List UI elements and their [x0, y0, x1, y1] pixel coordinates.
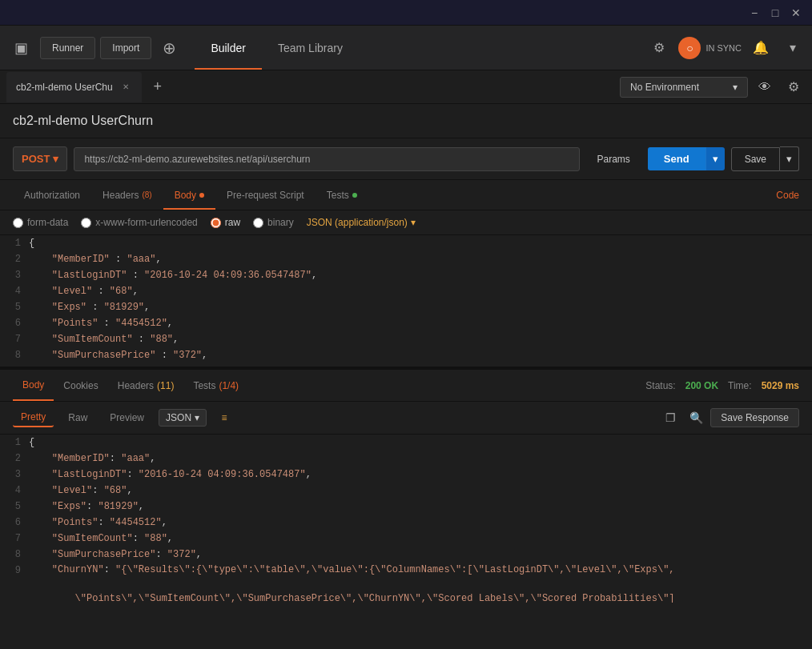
gear-icon-btn[interactable]: ⚙	[782, 75, 806, 99]
req-line-6: 6 "Points" : "4454512",	[0, 315, 812, 331]
env-selector: No Environment ▾ 👁 ⚙	[620, 75, 806, 99]
request-title-bar: cb2-ml-demo UserChurn	[0, 104, 812, 138]
resp-line-7: 7 "SumItemCount": "88",	[0, 531, 812, 547]
method-label: POST	[22, 153, 50, 165]
response-code-area[interactable]: 1 { 2 "MemberID": "aaa", 3 "LastLoginDT"…	[0, 435, 812, 603]
resp-line-4: 4 "Level": "68",	[0, 483, 812, 499]
send-button[interactable]: Send	[648, 147, 705, 170]
method-button[interactable]: POST ▾	[13, 146, 67, 171]
binary-option[interactable]: binary	[253, 217, 294, 228]
import-button[interactable]: Import	[100, 37, 151, 59]
copy-icon-btn[interactable]: ❐	[659, 407, 681, 429]
resp-line-5: 5 "Exps": "81929",	[0, 499, 812, 515]
fmt-tab-pretty[interactable]: Pretty	[13, 408, 54, 427]
tab-body[interactable]: Body	[163, 180, 215, 210]
sidebar-toggle-button[interactable]: ▣	[6, 34, 35, 62]
json-chevron-icon: ▾	[411, 217, 416, 228]
save-button-group: Save ▾	[731, 146, 799, 171]
add-tab-button[interactable]: +	[147, 76, 169, 98]
resp-line-2: 2 "MemberID": "aaa",	[0, 451, 812, 467]
time-label: Time:	[728, 380, 752, 391]
settings-icon-btn[interactable]: ⚙	[646, 35, 672, 61]
sync-area: ○ IN SYNC	[678, 37, 742, 59]
tab-headers[interactable]: Headers (8)	[91, 180, 163, 210]
method-chevron-icon: ▾	[53, 153, 58, 165]
env-dropdown-label: No Environment	[630, 82, 699, 93]
json-type-select[interactable]: JSON (application/json) ▾	[307, 217, 416, 228]
title-bar: − □ ✕	[0, 0, 812, 26]
req-line-8: 8 "SumPurchasePrice" : "372",	[0, 347, 812, 363]
params-button[interactable]: Params	[586, 148, 641, 170]
form-data-option[interactable]: form-data	[13, 217, 68, 228]
save-button[interactable]: Save	[731, 147, 780, 171]
runner-button[interactable]: Runner	[40, 37, 95, 59]
body-options-bar: form-data x-www-form-urlencoded raw bina…	[0, 210, 812, 235]
sync-icon: ○	[678, 37, 701, 59]
json-fmt-chevron-icon: ▾	[195, 412, 199, 423]
req-line-5: 5 "Exps" : "81929",	[0, 299, 812, 315]
sidebar-icon: ▣	[14, 39, 28, 57]
response-format-bar: Pretty Raw Preview JSON ▾ ≡ ❐ 🔍 Save Res…	[0, 402, 812, 435]
nav-right-area: ⚙ ○ IN SYNC 🔔 ▾	[646, 35, 806, 61]
req-line-3: 3 "LastLoginDT" : "2016-10-24 04:09:36.0…	[0, 267, 812, 283]
headers-badge: (8)	[142, 190, 151, 199]
send-dropdown-button[interactable]: ▾	[705, 147, 725, 170]
tests-indicator-dot	[352, 193, 357, 198]
response-action-icons: ❐ 🔍 Save Response	[659, 407, 799, 429]
req-line-4: 4 "Level" : "68",	[0, 283, 812, 299]
more-options-btn[interactable]: ▾	[780, 35, 806, 61]
resp-tests-badge: (1/4)	[219, 380, 239, 391]
urlencoded-option[interactable]: x-www-form-urlencoded	[81, 217, 197, 228]
tab-tests[interactable]: Tests	[316, 180, 368, 210]
bell-icon-btn[interactable]: 🔔	[748, 35, 774, 61]
tab-builder[interactable]: Builder	[195, 26, 262, 70]
nav-tabs: Builder Team Library	[195, 26, 646, 70]
resp-tab-body[interactable]: Body	[13, 370, 54, 401]
code-link[interactable]: Code	[776, 190, 799, 201]
eye-icon-btn[interactable]: 👁	[753, 75, 777, 99]
search-icon-btn[interactable]: 🔍	[685, 407, 707, 429]
env-chevron-icon: ▾	[733, 82, 738, 93]
minimize-button[interactable]: −	[745, 3, 764, 22]
resp-tab-cookies[interactable]: Cookies	[54, 370, 107, 401]
response-section: Body Cookies Headers (11) Tests (1/4) St…	[0, 370, 812, 649]
request-title: cb2-ml-demo UserChurn	[13, 114, 799, 128]
resp-tab-tests[interactable]: Tests (1/4)	[183, 370, 248, 401]
tab-authorization[interactable]: Authorization	[13, 180, 91, 210]
req-line-9: 9 "ChurnYN" : ""	[0, 363, 812, 370]
tab-team-library[interactable]: Team Library	[262, 26, 359, 70]
filter-icon-btn[interactable]: ≡	[213, 407, 235, 429]
req-line-7: 7 "SumItemCount" : "88",	[0, 331, 812, 347]
fmt-tab-raw[interactable]: Raw	[60, 409, 95, 427]
resp-line-8: 8 "SumPurchasePrice": "372",	[0, 547, 812, 563]
save-dropdown-button[interactable]: ▾	[780, 146, 799, 171]
resp-tab-headers[interactable]: Headers (11)	[108, 370, 184, 401]
req-line-1: 1 {	[0, 235, 812, 251]
sync-label: IN SYNC	[705, 43, 742, 53]
status-label: Status:	[645, 380, 675, 391]
save-response-button[interactable]: Save Response	[710, 408, 799, 427]
resp-headers-badge: (11)	[157, 380, 174, 391]
resp-line-9: 9 "ChurnYN": "{\"Results\":{\"type\":\"t…	[0, 563, 812, 603]
close-tab-button[interactable]: ✕	[119, 81, 132, 94]
url-bar: POST ▾ Params Send ▾ Save ▾	[0, 138, 812, 180]
nav-bar: ▣ Runner Import ⊕ Builder Team Library ⚙…	[0, 26, 812, 70]
response-tab-bar: Body Cookies Headers (11) Tests (1/4) St…	[0, 370, 812, 402]
close-button[interactable]: ✕	[786, 3, 806, 22]
body-indicator-dot	[199, 193, 204, 198]
fmt-tab-preview[interactable]: Preview	[102, 409, 152, 427]
main-layout: cb2-ml-demo UserChu ✕ + No Environment ▾…	[0, 70, 812, 649]
request-code-editor[interactable]: 1 { 2 "MemberID" : "aaa", 3 "LastLoginDT…	[0, 235, 812, 370]
json-format-select[interactable]: JSON ▾	[159, 409, 207, 427]
raw-option[interactable]: raw	[211, 217, 240, 228]
url-input[interactable]	[74, 147, 579, 171]
env-dropdown[interactable]: No Environment ▾	[620, 77, 748, 98]
tab-pre-request[interactable]: Pre-request Script	[215, 180, 316, 210]
request-tab[interactable]: cb2-ml-demo UserChu ✕	[6, 72, 142, 102]
maximize-button[interactable]: □	[766, 3, 785, 22]
req-line-2: 2 "MemberID" : "aaa",	[0, 251, 812, 267]
status-value: 200 OK	[685, 380, 718, 391]
resp-line-6: 6 "Points": "4454512",	[0, 515, 812, 531]
new-tab-button[interactable]: ⊕	[156, 35, 182, 61]
tab-bar: cb2-ml-demo UserChu ✕ + No Environment ▾…	[0, 70, 812, 104]
